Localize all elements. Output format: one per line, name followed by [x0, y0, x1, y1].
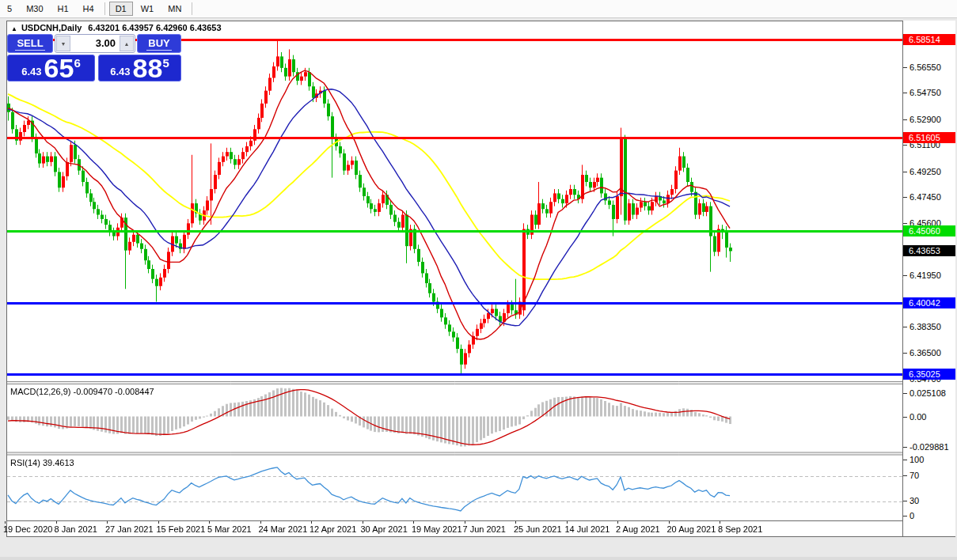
rsi-axis-label: 0 — [910, 511, 914, 520]
date-label: 24 Mar 2021 — [259, 524, 308, 534]
toolbar-separator — [192, 2, 192, 15]
date-label: 20 Aug 2021 — [667, 524, 716, 534]
date-label: 30 Apr 2021 — [361, 524, 408, 534]
date-tick-mark — [363, 521, 363, 524]
toolbar-separator — [104, 2, 105, 15]
date-tick-mark — [107, 521, 108, 524]
date-tick-mark — [720, 521, 720, 524]
buy-price-small: 6.43 — [110, 66, 130, 78]
collapse-arrow-icon[interactable]: ▲ — [11, 25, 17, 32]
price-axis[interactable]: 6.565506.547506.529006.511006.492506.474… — [903, 21, 955, 536]
price-tick-label: 6.36500 — [910, 348, 941, 358]
date-label: 5 Mar 2021 — [207, 524, 252, 534]
date-tick-mark — [56, 521, 57, 524]
volume-stepper[interactable]: ▼ 3.00 ▲ — [55, 34, 135, 53]
rsi-indicator-label: RSI(14) 39.4613 — [10, 458, 74, 467]
tick-mark — [903, 275, 907, 276]
volume-input[interactable]: 3.00 — [71, 35, 119, 52]
price-level-badge-6.51605: 6.51605 — [903, 132, 955, 143]
date-label: 19 May 2021 — [412, 524, 462, 534]
date-tick-mark — [5, 521, 6, 524]
date-label: 8 Sep 2021 — [718, 524, 762, 534]
tick-mark — [903, 223, 907, 224]
tick-mark — [903, 327, 907, 327]
tick-mark — [903, 172, 907, 172]
date-tick-mark — [311, 521, 312, 524]
buy-price-sup: 5 — [162, 56, 169, 70]
buy-button-label: BUY — [146, 37, 171, 51]
price-level-badge-6.35025: 6.35025 — [903, 369, 955, 380]
rsi-axis-label: 30 — [910, 496, 919, 505]
date-label: 19 Dec 2020 — [3, 524, 52, 534]
buy-price-panel[interactable]: 6.43 88 5 — [98, 55, 181, 81]
price-level-badge-6.45060: 6.45060 — [903, 225, 955, 236]
date-label: 15 Feb 2021 — [157, 524, 206, 534]
buy-price-big: 88 — [133, 56, 163, 80]
date-label: 12 Apr 2021 — [310, 524, 356, 534]
price-tick-label: 6.47450 — [910, 192, 941, 202]
date-tick-mark — [567, 521, 568, 524]
price-tick-label: 6.54750 — [910, 88, 941, 97]
sell-button-label: SELL — [15, 37, 44, 51]
tick-mark — [903, 197, 907, 198]
date-label: 25 Jun 2021 — [514, 524, 562, 534]
last-price-badge: 6.43653 — [903, 245, 955, 256]
date-tick-mark — [209, 521, 210, 524]
sell-price-big: 65 — [44, 56, 74, 80]
timeframe-button-H1[interactable]: H1 — [51, 2, 75, 16]
date-tick-mark — [413, 521, 414, 524]
one-click-trading-widget: SELL ▼ 3.00 ▲ BUY 6.43 65 6 6.43 88 5 — [7, 34, 181, 81]
sell-price-sup: 6 — [74, 56, 80, 70]
chevron-down-icon: ▼ — [61, 41, 66, 47]
timeframe-button-MN[interactable]: MN — [161, 2, 188, 16]
date-label: 8 Jan 2021 — [55, 524, 97, 534]
timeframe-button-H4[interactable]: H4 — [77, 2, 101, 16]
macd-axis-label: 0.025108 — [910, 388, 946, 398]
date-tick-mark — [515, 521, 516, 524]
tick-mark — [903, 145, 907, 146]
price-tick-label: 6.56550 — [910, 62, 941, 72]
chart-title: ▲USDCNH,Daily6.43201 6.43957 6.42960 6.4… — [11, 23, 222, 32]
sell-price-panel[interactable]: 6.43 65 6 — [7, 55, 95, 81]
timeframe-button-M30[interactable]: M30 — [20, 2, 49, 16]
rsi-axis-label: 70 — [910, 471, 919, 480]
sell-price-small: 6.43 — [21, 66, 41, 78]
macd-axis-label: -0.029881 — [910, 442, 949, 452]
chart-symbol-period: USDCNH,Daily — [21, 23, 82, 32]
price-level-badge-6.58514: 6.58514 — [903, 34, 955, 45]
price-tick-label: 6.49250 — [910, 167, 941, 176]
time-axis[interactable]: 19 Dec 20208 Jan 202127 Jan 202115 Feb 2… — [7, 521, 902, 536]
window-bottom-edge — [0, 557, 957, 560]
tick-mark — [903, 67, 907, 68]
timeframe-toolbar: 5M30H1H4D1W1MN — [0, 0, 957, 18]
timeframe-button-D1[interactable]: D1 — [109, 2, 133, 16]
price-level-badge-6.40042: 6.40042 — [903, 297, 955, 308]
macd-indicator-label: MACD(12,26,9) -0.009470 -0.008447 — [10, 387, 154, 396]
date-tick-mark — [158, 521, 159, 524]
tick-mark — [903, 119, 907, 120]
chart-ohlc-values: 6.43201 6.43957 6.42960 6.43653 — [88, 23, 221, 32]
timeframe-button-5[interactable]: 5 — [1, 2, 18, 16]
rsi-axis-label: 100 — [910, 455, 924, 464]
price-chart-canvas[interactable] — [0, 0, 957, 560]
volume-increase-button[interactable]: ▲ — [120, 36, 134, 51]
tick-mark — [903, 93, 907, 93]
timeframe-button-W1[interactable]: W1 — [135, 2, 161, 16]
price-tick-label: 6.52900 — [910, 115, 941, 124]
volume-decrease-button[interactable]: ▼ — [56, 36, 70, 51]
tick-mark — [903, 353, 907, 354]
date-label: 7 Jun 2021 — [463, 524, 506, 534]
buy-button[interactable]: BUY — [137, 34, 181, 53]
price-tick-label: 6.38350 — [910, 322, 941, 331]
date-tick-mark — [465, 521, 465, 524]
date-label: 27 Jan 2021 — [105, 524, 154, 534]
date-label: 14 Jul 2021 — [565, 524, 610, 534]
price-tick-label: 6.41950 — [910, 271, 941, 280]
chevron-up-icon: ▲ — [124, 41, 130, 47]
macd-axis-label: 0.00 — [910, 412, 926, 422]
date-tick-mark — [669, 521, 670, 524]
sell-button[interactable]: SELL — [7, 34, 53, 53]
date-label: 2 Aug 2021 — [616, 524, 660, 534]
date-tick-mark — [260, 521, 261, 524]
date-tick-mark — [617, 521, 618, 524]
